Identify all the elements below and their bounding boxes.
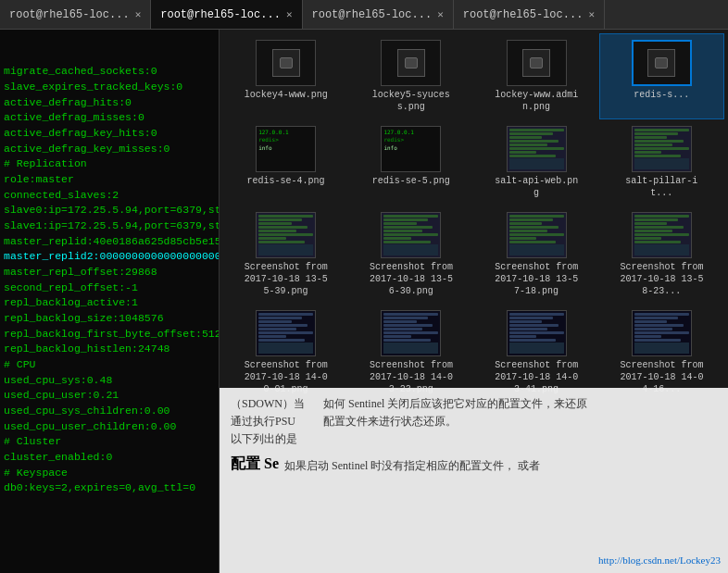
- notice-psu: 通过执行PSU: [231, 413, 305, 430]
- terminal-line: repl_backlog_size:1048576: [4, 311, 215, 327]
- file-name: lockey4-www.png: [245, 89, 328, 101]
- terminal-line: # CPU: [4, 357, 215, 373]
- terminal-line: used_cpu_sys_children:0.00: [4, 404, 215, 419]
- dialog-body3: 如果启动 Sentinel 时没有指定相应的配置文件， 或者: [284, 458, 540, 474]
- file-item[interactable]: lockey5-syucess.png: [348, 33, 473, 119]
- terminal-line: slave_expires_tracked_keys:0: [4, 80, 215, 95]
- tab-2[interactable]: root@rhel65-loc... ✕: [151, 0, 302, 29]
- file-item[interactable]: 127.0.0.1redis>inforedis-se-4.png: [223, 119, 348, 206]
- tab-4[interactable]: root@rhel65-loc... ✕: [454, 0, 605, 29]
- terminal-line: master_replid2:0000000000000000000000000…: [4, 249, 215, 265]
- file-item[interactable]: Screenshot from 2017-10-18 13-57-18.png: [474, 206, 599, 304]
- terminal-line: repl_backlog_first_byte_offset:5121: [4, 327, 215, 343]
- tab-3[interactable]: root@rhel65-loc... ✕: [303, 0, 454, 29]
- file-name: salt-pillar-it...: [620, 175, 703, 199]
- tab-bar: root@rhel65-loc... ✕ root@rhel65-loc... …: [0, 0, 728, 30]
- url-bar: http://blog.csdn.net/Lockey23: [598, 554, 721, 566]
- file-grid: lockey4-www.pnglockey5-syucess.pnglockey…: [220, 30, 728, 405]
- file-item[interactable]: salt-api-web.png: [474, 119, 599, 206]
- notice-sdown: （SDOWN）当: [231, 395, 305, 413]
- terminal-line: role:master: [4, 172, 215, 188]
- file-item[interactable]: lockey4-www.png: [223, 33, 348, 119]
- tab-1[interactable]: root@rhel65-loc... ✕: [0, 0, 151, 29]
- terminal-line: used_cpu_user_children:0.00: [4, 419, 215, 435]
- tab-3-close[interactable]: ✕: [437, 8, 444, 20]
- file-name: redis-se-4.png: [247, 175, 325, 187]
- file-name: Screenshot from 2017-10-18 13-58-23...: [620, 261, 703, 297]
- file-name: Screenshot from 2017-10-18 13-55-39.png: [245, 261, 328, 297]
- main-content: migrate_cached_sockets:0slave_expires_tr…: [0, 30, 728, 573]
- terminal-line: used_cpu_user:0.21: [4, 388, 215, 404]
- file-name: lockey-www.admin.png: [495, 89, 578, 113]
- file-item[interactable]: Screenshot from 2017-10-18 13-56-30.png: [348, 206, 473, 304]
- terminal-line: master_replid:40e0186a625d85cb5e15b874dc…: [4, 234, 215, 250]
- tab-3-label: root@rhel65-loc...: [312, 8, 433, 21]
- terminal-line: repl_backlog_active:1: [4, 295, 215, 311]
- overlay-dialog: （SDOWN）当 通过执行PSU 以下列出的是 如何 Sentinel 关闭后应…: [220, 388, 728, 573]
- terminal-line: connected_slaves:2: [4, 188, 215, 204]
- file-name: Screenshot from 2017-10-18 13-56-30.png: [370, 261, 453, 297]
- file-item[interactable]: redis-s...: [599, 33, 724, 119]
- file-item[interactable]: lockey-www.admin.png: [474, 33, 599, 119]
- terminal-line: repl_backlog_histlen:24748: [4, 342, 215, 357]
- tab-2-close[interactable]: ✕: [286, 8, 293, 20]
- terminal-line: # Replication: [4, 156, 215, 172]
- terminal-line: master_repl_offset:29868: [4, 265, 215, 280]
- terminal-line: active_defrag_misses:0: [4, 110, 215, 126]
- terminal-line: active_defrag_hits:0: [4, 95, 215, 111]
- file-name: redis-s...: [634, 89, 689, 101]
- notice-list: 以下列出的是: [231, 430, 305, 448]
- terminal-line: cluster_enabled:0: [4, 450, 215, 466]
- dialog-body2: 配置文件来进行状态还原。: [323, 413, 717, 430]
- terminal-line: db0:keys=2,expires=0,avg_ttl=0: [4, 480, 215, 496]
- terminal-line: migrate_cached_sockets:0: [4, 64, 215, 80]
- dialog-title: 配置 Se: [231, 455, 279, 474]
- terminal-line: # Cluster: [4, 434, 215, 450]
- file-panel: lockey4-www.pnglockey5-syucess.pnglockey…: [220, 30, 728, 573]
- terminal-line: second_repl_offset:-1: [4, 280, 215, 296]
- tab-2-label: root@rhel65-loc...: [160, 8, 281, 21]
- tab-4-close[interactable]: ✕: [588, 8, 595, 20]
- terminal-line: slave0:ip=172.25.5.94,port=6379,state=on…: [4, 203, 215, 218]
- terminal-panel[interactable]: migrate_cached_sockets:0slave_expires_tr…: [0, 30, 220, 573]
- file-item[interactable]: salt-pillar-it...: [599, 119, 724, 206]
- terminal-line: active_defrag_key_misses:0: [4, 142, 215, 157]
- file-name: redis-se-5.png: [372, 175, 450, 187]
- tab-1-close[interactable]: ✕: [135, 8, 142, 20]
- file-name: Screenshot from 2017-10-18 13-57-18.png: [495, 261, 578, 297]
- terminal-line: # Keyspace: [4, 466, 215, 481]
- file-item[interactable]: Screenshot from 2017-10-18 13-55-39.png: [223, 206, 348, 304]
- terminal-line: slave1:ip=172.25.5.94,port=6379,state=on…: [4, 218, 215, 234]
- dialog-body1: 如何 Sentinel 关闭后应该把它对应的配置文件，来还原: [323, 395, 717, 413]
- file-name: lockey5-syucess.png: [370, 89, 453, 113]
- file-name: salt-api-web.png: [495, 175, 578, 199]
- terminal-line: active_defrag_key_hits:0: [4, 126, 215, 142]
- file-item[interactable]: 127.0.0.1redis>inforedis-se-5.png: [348, 119, 473, 206]
- terminal-line: used_cpu_sys:0.48: [4, 373, 215, 389]
- tab-4-label: root@rhel65-loc...: [463, 8, 584, 21]
- tab-1-label: root@rhel65-loc...: [9, 8, 130, 21]
- file-item[interactable]: Screenshot from 2017-10-18 13-58-23...: [599, 206, 724, 304]
